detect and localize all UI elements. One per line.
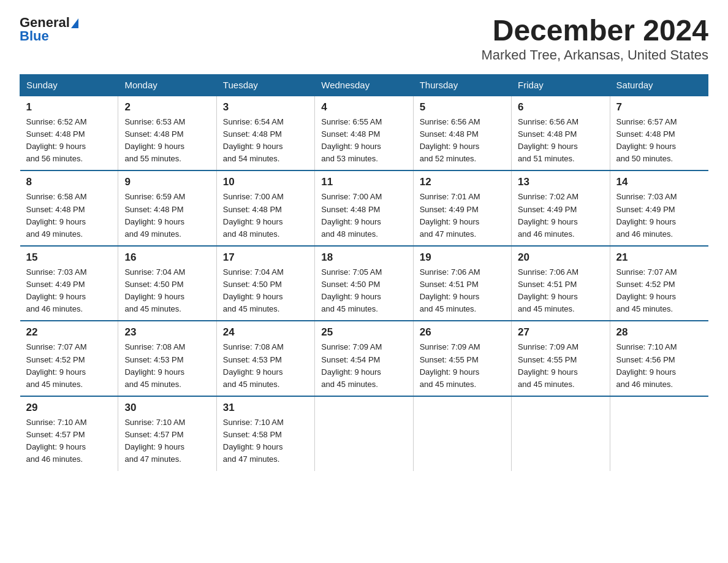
header-wednesday: Wednesday: [315, 74, 413, 96]
day-info: Sunrise: 6:57 AMSunset: 4:48 PMDaylight:…: [616, 116, 702, 166]
day-number: 21: [616, 251, 702, 264]
page-subtitle: Marked Tree, Arkansas, United States: [481, 47, 708, 63]
calendar-cell: 15Sunrise: 7:03 AMSunset: 4:49 PMDayligh…: [20, 246, 118, 321]
day-info: Sunrise: 7:08 AMSunset: 4:53 PMDaylight:…: [124, 341, 210, 391]
calendar-cell: 12Sunrise: 7:01 AMSunset: 4:49 PMDayligh…: [413, 170, 511, 246]
day-info: Sunrise: 7:10 AMSunset: 4:57 PMDaylight:…: [26, 416, 112, 466]
calendar-cell: 20Sunrise: 7:06 AMSunset: 4:51 PMDayligh…: [512, 246, 610, 321]
day-number: 7: [616, 101, 702, 113]
day-info: Sunrise: 7:10 AMSunset: 4:56 PMDaylight:…: [616, 341, 702, 391]
day-info: Sunrise: 6:55 AMSunset: 4:48 PMDaylight:…: [321, 116, 406, 166]
calendar-cell: 9Sunrise: 6:59 AMSunset: 4:48 PMDaylight…: [118, 170, 216, 246]
header-saturday: Saturday: [610, 74, 708, 96]
day-number: 28: [616, 326, 702, 339]
calendar-cell: 14Sunrise: 7:03 AMSunset: 4:49 PMDayligh…: [610, 170, 708, 246]
day-number: 31: [223, 402, 308, 414]
calendar-cell: 21Sunrise: 7:07 AMSunset: 4:52 PMDayligh…: [610, 246, 708, 321]
day-number: 25: [321, 326, 406, 339]
day-info: Sunrise: 7:09 AMSunset: 4:54 PMDaylight:…: [321, 341, 406, 391]
calendar-cell: [413, 396, 511, 471]
day-number: 6: [518, 101, 603, 113]
day-info: Sunrise: 7:06 AMSunset: 4:51 PMDaylight:…: [518, 266, 603, 316]
logo: General Blue: [20, 15, 78, 44]
calendar-cell: 31Sunrise: 7:10 AMSunset: 4:58 PMDayligh…: [216, 396, 314, 471]
day-number: 13: [518, 176, 603, 188]
calendar-cell: 28Sunrise: 7:10 AMSunset: 4:56 PMDayligh…: [610, 321, 708, 396]
calendar-cell: 8Sunrise: 6:58 AMSunset: 4:48 PMDaylight…: [20, 170, 118, 246]
day-number: 24: [223, 326, 308, 339]
day-number: 9: [124, 176, 210, 188]
calendar-cell: 29Sunrise: 7:10 AMSunset: 4:57 PMDayligh…: [20, 396, 118, 471]
calendar-cell: 23Sunrise: 7:08 AMSunset: 4:53 PMDayligh…: [118, 321, 216, 396]
calendar-cell: 7Sunrise: 6:57 AMSunset: 4:48 PMDaylight…: [610, 96, 708, 171]
calendar-cell: 25Sunrise: 7:09 AMSunset: 4:54 PMDayligh…: [315, 321, 413, 396]
logo-blue: Blue: [20, 28, 49, 44]
day-info: Sunrise: 6:59 AMSunset: 4:48 PMDaylight:…: [124, 191, 210, 240]
calendar-cell: 3Sunrise: 6:54 AMSunset: 4:48 PMDaylight…: [216, 96, 314, 171]
day-number: 19: [420, 251, 505, 264]
calendar-week-row: 22Sunrise: 7:07 AMSunset: 4:52 PMDayligh…: [20, 321, 708, 396]
calendar-week-row: 1Sunrise: 6:52 AMSunset: 4:48 PMDaylight…: [20, 96, 708, 171]
calendar-cell: 4Sunrise: 6:55 AMSunset: 4:48 PMDaylight…: [315, 96, 413, 171]
day-info: Sunrise: 7:02 AMSunset: 4:49 PMDaylight:…: [518, 191, 603, 240]
calendar-cell: 24Sunrise: 7:08 AMSunset: 4:53 PMDayligh…: [216, 321, 314, 396]
calendar-cell: 22Sunrise: 7:07 AMSunset: 4:52 PMDayligh…: [20, 321, 118, 396]
header-tuesday: Tuesday: [216, 74, 314, 96]
day-info: Sunrise: 7:01 AMSunset: 4:49 PMDaylight:…: [420, 191, 505, 240]
calendar-cell: 17Sunrise: 7:04 AMSunset: 4:50 PMDayligh…: [216, 246, 314, 321]
calendar-cell: 16Sunrise: 7:04 AMSunset: 4:50 PMDayligh…: [118, 246, 216, 321]
header-monday: Monday: [118, 74, 216, 96]
day-info: Sunrise: 6:54 AMSunset: 4:48 PMDaylight:…: [223, 116, 308, 166]
day-number: 30: [124, 402, 210, 414]
header-sunday: Sunday: [20, 74, 118, 96]
day-info: Sunrise: 6:56 AMSunset: 4:48 PMDaylight:…: [518, 116, 603, 166]
day-info: Sunrise: 7:05 AMSunset: 4:50 PMDaylight:…: [321, 266, 406, 316]
day-number: 26: [420, 326, 505, 339]
day-info: Sunrise: 7:06 AMSunset: 4:51 PMDaylight:…: [420, 266, 505, 316]
day-number: 12: [420, 176, 505, 188]
calendar-cell: [315, 396, 413, 471]
calendar-cell: 18Sunrise: 7:05 AMSunset: 4:50 PMDayligh…: [315, 246, 413, 321]
day-number: 17: [223, 251, 308, 264]
day-number: 29: [26, 402, 112, 414]
day-number: 20: [518, 251, 603, 264]
day-info: Sunrise: 7:04 AMSunset: 4:50 PMDaylight:…: [124, 266, 210, 316]
day-number: 27: [518, 326, 603, 339]
day-number: 15: [26, 251, 112, 264]
calendar-cell: 13Sunrise: 7:02 AMSunset: 4:49 PMDayligh…: [512, 170, 610, 246]
calendar-cell: 6Sunrise: 6:56 AMSunset: 4:48 PMDaylight…: [512, 96, 610, 171]
calendar-cell: 19Sunrise: 7:06 AMSunset: 4:51 PMDayligh…: [413, 246, 511, 321]
header-friday: Friday: [512, 74, 610, 96]
calendar-cell: 27Sunrise: 7:09 AMSunset: 4:55 PMDayligh…: [512, 321, 610, 396]
calendar-cell: 30Sunrise: 7:10 AMSunset: 4:57 PMDayligh…: [118, 396, 216, 471]
day-number: 22: [26, 326, 112, 339]
day-number: 14: [616, 176, 702, 188]
day-info: Sunrise: 7:00 AMSunset: 4:48 PMDaylight:…: [223, 191, 308, 240]
day-number: 8: [26, 176, 112, 188]
calendar-cell: 2Sunrise: 6:53 AMSunset: 4:48 PMDaylight…: [118, 96, 216, 171]
day-info: Sunrise: 7:04 AMSunset: 4:50 PMDaylight:…: [223, 266, 308, 316]
day-number: 18: [321, 251, 406, 264]
calendar-cell: 26Sunrise: 7:09 AMSunset: 4:55 PMDayligh…: [413, 321, 511, 396]
calendar-week-row: 8Sunrise: 6:58 AMSunset: 4:48 PMDaylight…: [20, 170, 708, 246]
day-info: Sunrise: 7:03 AMSunset: 4:49 PMDaylight:…: [26, 266, 112, 316]
title-block: December 2024 Marked Tree, Arkansas, Uni…: [481, 15, 708, 63]
day-info: Sunrise: 7:10 AMSunset: 4:57 PMDaylight:…: [124, 416, 210, 466]
header-thursday: Thursday: [413, 74, 511, 96]
calendar-cell: 11Sunrise: 7:00 AMSunset: 4:48 PMDayligh…: [315, 170, 413, 246]
day-info: Sunrise: 6:53 AMSunset: 4:48 PMDaylight:…: [124, 116, 210, 166]
day-number: 10: [223, 176, 308, 188]
day-info: Sunrise: 7:07 AMSunset: 4:52 PMDaylight:…: [616, 266, 702, 316]
day-info: Sunrise: 6:52 AMSunset: 4:48 PMDaylight:…: [26, 116, 112, 166]
day-info: Sunrise: 6:58 AMSunset: 4:48 PMDaylight:…: [26, 191, 112, 240]
day-info: Sunrise: 7:08 AMSunset: 4:53 PMDaylight:…: [223, 341, 308, 391]
page-title: December 2024: [481, 15, 708, 47]
day-info: Sunrise: 7:09 AMSunset: 4:55 PMDaylight:…: [420, 341, 505, 391]
calendar-week-row: 15Sunrise: 7:03 AMSunset: 4:49 PMDayligh…: [20, 246, 708, 321]
page-header: General Blue December 2024 Marked Tree, …: [20, 15, 708, 63]
day-number: 11: [321, 176, 406, 188]
day-number: 4: [321, 101, 406, 113]
day-info: Sunrise: 6:56 AMSunset: 4:48 PMDaylight:…: [420, 116, 505, 166]
day-number: 2: [124, 101, 210, 113]
calendar-table: SundayMondayTuesdayWednesdayThursdayFrid…: [20, 74, 708, 471]
